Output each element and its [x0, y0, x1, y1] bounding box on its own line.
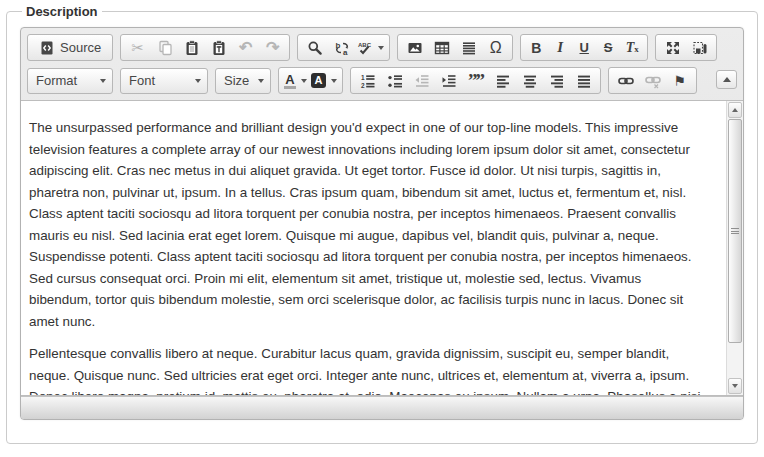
- rich-text-editor: Source ✂: [20, 27, 744, 420]
- fieldset-legend: Description: [22, 4, 102, 19]
- remove-format-button[interactable]: Tx: [620, 36, 644, 59]
- bulleted-list-button[interactable]: [381, 69, 408, 92]
- paragraph-2[interactable]: Pellentesque convallis libero at neque. …: [29, 343, 701, 395]
- decrease-indent-icon: [414, 73, 430, 89]
- background-color-icon: A: [311, 73, 326, 88]
- numbered-list-button[interactable]: 1 2: [354, 69, 381, 92]
- numbered-list-icon: 1 2: [360, 73, 376, 89]
- scrollbar-thumb[interactable]: [728, 119, 742, 343]
- chevron-down-icon: [331, 79, 337, 83]
- scroll-down-arrow-icon: [732, 384, 738, 388]
- text-color-button[interactable]: A: [282, 69, 309, 92]
- insert-image-button[interactable]: [401, 36, 428, 59]
- collapse-toolbar-button[interactable]: [716, 70, 737, 89]
- italic-button[interactable]: I: [548, 36, 572, 59]
- vertical-scrollbar[interactable]: [726, 101, 743, 395]
- font-dropdown-label: Font: [129, 73, 190, 88]
- group-tools: [655, 34, 717, 61]
- format-dropdown[interactable]: Format: [27, 68, 113, 94]
- align-left-button[interactable]: [489, 69, 516, 92]
- chevron-down-icon: [100, 79, 106, 83]
- search-icon: [307, 40, 323, 56]
- paste-as-text-button[interactable]: [205, 36, 232, 59]
- copy-button: [151, 36, 178, 59]
- scroll-up-button[interactable]: [728, 102, 742, 118]
- editor-bottom-bar: [21, 396, 743, 419]
- chevron-down-icon: [195, 79, 201, 83]
- source-button[interactable]: Source: [31, 36, 109, 59]
- spell-check-button[interactable]: ABC: [355, 36, 386, 59]
- toolbar-row-2: Format Font Size A: [27, 67, 737, 94]
- scroll-down-button[interactable]: [728, 378, 742, 394]
- source-icon: [39, 40, 55, 56]
- scroll-up-arrow-icon: [732, 108, 738, 112]
- anchor-button[interactable]: ⚑: [666, 69, 693, 92]
- blockquote-icon: ””: [468, 76, 483, 86]
- source-button-label: Source: [60, 40, 101, 55]
- cut-icon: ✂: [131, 40, 144, 55]
- strikethrough-button[interactable]: S: [596, 36, 620, 59]
- increase-indent-button[interactable]: [435, 69, 462, 92]
- blockquote-button[interactable]: ””: [462, 69, 489, 92]
- maximize-button[interactable]: [659, 36, 686, 59]
- collapse-arrow-icon: [723, 77, 731, 82]
- insert-table-button[interactable]: [428, 36, 455, 59]
- unlink-icon: [645, 73, 661, 89]
- copy-icon: [157, 40, 173, 56]
- bold-button[interactable]: B: [524, 36, 548, 59]
- group-source: Source: [27, 34, 113, 61]
- font-dropdown[interactable]: Font: [120, 68, 208, 94]
- align-right-icon: [549, 73, 565, 89]
- align-left-icon: [495, 73, 511, 89]
- group-links: ⚑: [608, 67, 697, 94]
- svg-text:ABC: ABC: [358, 41, 372, 47]
- justify-icon: [576, 73, 592, 89]
- editor-content-area: The unsurpassed performance and brillian…: [21, 100, 743, 396]
- maximize-icon: [665, 40, 681, 56]
- horizontal-rule-button[interactable]: [455, 36, 482, 59]
- scrollbar-track[interactable]: [727, 343, 743, 377]
- special-character-button[interactable]: Ω: [482, 36, 509, 59]
- editor-toolbar: Source ✂: [21, 28, 743, 94]
- strikethrough-icon: S: [604, 41, 613, 54]
- find-button[interactable]: [301, 36, 328, 59]
- align-right-button[interactable]: [543, 69, 570, 92]
- paste-button[interactable]: [178, 36, 205, 59]
- svg-text:1: 1: [361, 74, 365, 81]
- show-blocks-icon: [692, 40, 708, 56]
- underline-button[interactable]: U: [572, 36, 596, 59]
- italic-icon: I: [557, 40, 563, 55]
- underline-icon: U: [580, 41, 589, 54]
- undo-button: ↶: [232, 36, 259, 59]
- size-dropdown-label: Size: [224, 73, 253, 88]
- cut-button: ✂: [124, 36, 151, 59]
- remove-format-icon: Tx: [626, 41, 639, 55]
- editable-text[interactable]: The unsurpassed performance and brillian…: [21, 101, 726, 395]
- scrollbar-grip-icon: [731, 228, 739, 234]
- toolbar-row-1: Source ✂: [27, 34, 737, 61]
- description-fieldset: Description: [6, 4, 758, 444]
- chevron-down-icon: [378, 46, 384, 50]
- justify-button[interactable]: [570, 69, 597, 92]
- anchor-flag-icon: ⚑: [673, 74, 686, 88]
- redo-icon: ↷: [266, 40, 279, 56]
- paste-icon: [184, 40, 200, 56]
- horizontal-rule-icon: [461, 40, 477, 56]
- undo-icon: ↶: [239, 40, 252, 56]
- size-dropdown[interactable]: Size: [215, 68, 271, 94]
- table-icon: [434, 40, 450, 56]
- spell-check-icon: ABC: [357, 40, 373, 56]
- group-basic-styles: B I U S Tx: [520, 34, 648, 61]
- bold-icon: B: [531, 41, 541, 55]
- show-blocks-button[interactable]: [686, 36, 713, 59]
- image-icon: [407, 40, 423, 56]
- link-button[interactable]: [612, 69, 639, 92]
- paragraph-1[interactable]: The unsurpassed performance and brillian…: [29, 117, 701, 332]
- align-center-icon: [522, 73, 538, 89]
- paste-as-text-icon: [211, 40, 227, 56]
- background-color-button[interactable]: A: [309, 69, 339, 92]
- unlink-button: [639, 69, 666, 92]
- align-center-button[interactable]: [516, 69, 543, 92]
- page: Description: [0, 0, 764, 448]
- replace-button[interactable]: b a: [328, 36, 355, 59]
